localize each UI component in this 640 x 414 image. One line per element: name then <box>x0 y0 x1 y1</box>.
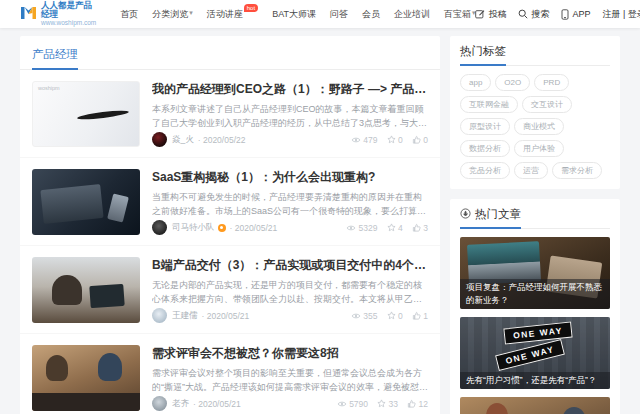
nav-toolbox[interactable]: 百宝箱▾ <box>444 8 476 21</box>
avatar[interactable] <box>152 308 167 323</box>
tag-pill[interactable]: 运营 <box>514 162 548 179</box>
section-title-link[interactable]: 产品经理 <box>32 47 78 70</box>
article-stats: 5329 4 3 <box>346 223 428 233</box>
article-body: 我的产品经理到CEO之路（1）：野路子 —> 产品经理 本系列文章讲述了自己从产… <box>152 81 428 147</box>
hot-tags-card: 热门标签 app O2O PRD 互联网金融 交互设计 原型设计 商业模式 数据… <box>450 36 620 189</box>
tag-pill[interactable]: O2O <box>495 74 530 91</box>
like-stat: 3 <box>412 223 428 233</box>
edit-pen-icon <box>475 9 485 19</box>
hot-tags-title: 热门标签 <box>460 44 506 59</box>
avatar[interactable] <box>152 220 167 235</box>
tag-pill[interactable]: 互联网金融 <box>460 96 518 113</box>
publish-date: · 2020/05/22 <box>198 135 246 145</box>
star-icon <box>387 223 396 232</box>
article-body: SaaS重构揭秘（1）：为什么会出现重构? 当重构不可避免发生的时候，产品经理要… <box>152 169 428 235</box>
author-name[interactable]: 王建儒 <box>172 310 198 322</box>
eye-icon <box>346 224 356 232</box>
hot-article-item[interactable]: ONE WAY ONE WAY 先有“用户习惯”，还是先有“产品”？ <box>460 317 610 389</box>
main-nav: 首页 分类浏览▾ 活动讲座hot BAT大师课 问答 会员 企业培训 百宝箱▾ <box>120 8 475 21</box>
article-excerpt: 当重构不可避免发生的时候，产品经理要弄清楚重构的原因并在重构之前做好准备。市场上… <box>152 191 428 219</box>
app-download-button[interactable]: APP <box>561 9 590 20</box>
nav-corporate-training[interactable]: 企业培训 <box>394 8 430 21</box>
article-title[interactable]: 需求评审会不想被怼？你需要这8招 <box>152 345 428 362</box>
avatar[interactable] <box>152 396 167 411</box>
hot-articles-card: 热门文章 项目复盘：产品经理如何开展不熟悉的新业务？ ONE WAY ONE W… <box>450 199 620 414</box>
article-thumbnail[interactable]: woshipm <box>32 81 140 147</box>
header-actions: 投稿 搜索 APP 注册 | 登录 <box>475 8 640 21</box>
nav-events[interactable]: 活动讲座hot <box>207 8 258 21</box>
article-row: SaaS重构揭秘（1）：为什么会出现重构? 当重构不可避免发生的时候，产品经理要… <box>20 157 440 245</box>
article-row: B端产品交付（3）：产品实现或项目交付中的4个灵魂铁三角 无论是内部的产品实现，… <box>20 245 440 333</box>
author-name[interactable]: 焱_火 <box>172 134 194 146</box>
star-icon <box>387 135 396 144</box>
laptop-graphic <box>467 241 541 285</box>
hot-article-caption: 先有“用户习惯”，还是先有“产品”？ <box>460 372 610 389</box>
tag-pill[interactable]: 原型设计 <box>460 118 510 135</box>
views-stat: 5329 <box>346 223 377 233</box>
hot-badge: hot <box>244 4 258 12</box>
author-name[interactable]: 老齐 <box>172 398 189 410</box>
auth-links[interactable]: 注册 | 登录 <box>603 8 640 21</box>
tag-pill[interactable]: 需求分析 <box>552 162 602 179</box>
search-icon <box>518 9 528 19</box>
article-thumbnail[interactable] <box>32 169 140 235</box>
article-thumbnail[interactable] <box>32 345 140 411</box>
article-title[interactable]: B端产品交付（3）：产品实现或项目交付中的4个灵魂铁三角 <box>152 257 428 274</box>
nav-home[interactable]: 首页 <box>120 8 138 21</box>
tag-pill[interactable]: 数据分析 <box>460 140 510 157</box>
search-button[interactable]: 搜索 <box>518 8 549 21</box>
logo-m-icon <box>20 5 37 24</box>
nav-categories[interactable]: 分类浏览▾ <box>152 8 193 21</box>
nav-membership[interactable]: 会员 <box>362 8 380 21</box>
laptop-graphic <box>40 184 103 224</box>
article-meta: 王建儒 · 2020/05/21 355 0 1 <box>152 308 428 323</box>
section-header: 产品经理 <box>20 36 440 70</box>
star-stat: 0 <box>387 135 403 145</box>
tag-pill[interactable]: PRD <box>534 74 569 91</box>
avatar[interactable] <box>152 132 167 147</box>
submit-post-button[interactable]: 投稿 <box>475 8 506 21</box>
article-meta: 司马特小队 · 2020/05/21 5329 4 <box>152 220 428 235</box>
article-title[interactable]: SaaS重构揭秘（1）：为什么会出现重构? <box>152 169 428 186</box>
phone-graphic <box>107 193 129 222</box>
article-title[interactable]: 我的产品经理到CEO之路（1）：野路子 —> 产品经理 <box>152 81 428 98</box>
person-graphic <box>486 403 508 414</box>
hot-article-item[interactable]: 项目复盘：产品经理如何开展不熟悉的新业务？ <box>460 237 610 309</box>
thumbs-up-icon <box>412 223 421 232</box>
person-graphic <box>46 355 68 381</box>
tag-pill[interactable]: 用户体验 <box>514 140 564 157</box>
article-thumbnail[interactable] <box>32 257 140 323</box>
author-verified-badge-icon <box>218 224 226 232</box>
star-icon <box>377 399 386 408</box>
article-meta: 焱_火 · 2020/05/22 479 0 0 <box>152 132 428 147</box>
nav-qa[interactable]: 问答 <box>330 8 348 21</box>
sidebar: 热门标签 app O2O PRD 互联网金融 交互设计 原型设计 商业模式 数据… <box>450 36 620 414</box>
star-stat: 0 <box>387 311 403 321</box>
star-stat: 4 <box>387 223 403 233</box>
tag-pill[interactable]: 竞品分析 <box>460 162 510 179</box>
hot-tags-header: 热门标签 <box>460 44 610 66</box>
views-stat: 355 <box>351 311 378 321</box>
author-name[interactable]: 司马特小队 <box>172 222 215 234</box>
nav-bat-course[interactable]: BAT大师课 <box>272 8 316 21</box>
like-stat: 0 <box>412 135 428 145</box>
page-content: 产品经理 woshipm 我的产品经理到CEO之路（1）：野路子 —> 产品经理… <box>20 36 620 414</box>
article-row: woshipm 我的产品经理到CEO之路（1）：野路子 —> 产品经理 本系列文… <box>20 70 440 157</box>
article-meta: 老齐 · 2020/05/21 5790 33 12 <box>152 396 428 411</box>
publish-date: · 2020/05/21 <box>193 399 241 409</box>
tag-pill[interactable]: 商业模式 <box>514 118 564 135</box>
article-body: 需求评审会不想被怼？你需要这8招 需求评审会议对整个项目的影响至关重要，但通常会… <box>152 345 428 411</box>
site-logo[interactable]: 人人都是产品经理 www.woshipm.com <box>20 1 96 27</box>
logo-text: 人人都是产品经理 www.woshipm.com <box>41 1 96 27</box>
site-url: www.woshipm.com <box>41 19 96 27</box>
eye-icon <box>337 400 347 408</box>
publish-date: · 2020/05/21 <box>202 311 250 321</box>
hot-articles-header: 热门文章 <box>460 207 610 229</box>
hot-article-item[interactable] <box>460 397 610 414</box>
top-navbar: 人人都是产品经理 www.woshipm.com 首页 分类浏览▾ 活动讲座ho… <box>0 0 640 28</box>
tag-pill[interactable]: 交互设计 <box>522 96 572 113</box>
tag-pill[interactable]: app <box>460 74 491 91</box>
table-graphic <box>32 393 140 411</box>
article-stats: 479 0 0 <box>351 135 428 145</box>
thumbs-up-icon <box>412 311 421 320</box>
